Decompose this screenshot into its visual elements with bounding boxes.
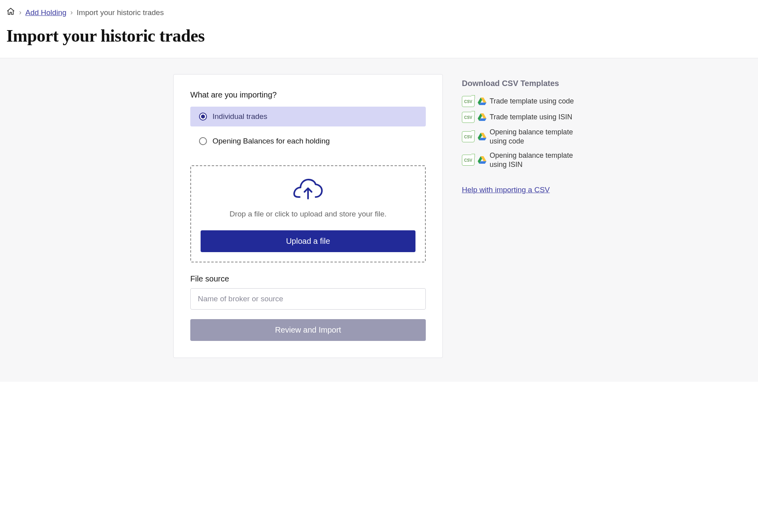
help-importing-csv-link[interactable]: Help with importing a CSV xyxy=(462,186,550,194)
radio-label: Opening Balances for each holding xyxy=(212,137,330,145)
template-label: Trade template using ISIN xyxy=(490,113,572,122)
google-drive-icon xyxy=(478,113,486,121)
template-trade-code[interactable]: CSV Trade template using code xyxy=(462,96,585,107)
upload-file-button[interactable]: Upload a file xyxy=(201,230,415,252)
google-drive-icon xyxy=(478,98,486,105)
breadcrumb-add-holding[interactable]: Add Holding xyxy=(25,8,67,17)
chevron-right-icon: › xyxy=(71,8,73,17)
breadcrumb: › Add Holding › Import your historic tra… xyxy=(0,0,758,18)
template-opening-code[interactable]: CSV Opening balance template using code xyxy=(462,128,585,146)
template-trade-isin[interactable]: CSV Trade template using ISIN xyxy=(462,112,585,123)
template-label: Trade template using code xyxy=(490,97,574,106)
radio-individual-trades[interactable]: Individual trades xyxy=(190,107,426,126)
google-drive-icon xyxy=(478,156,486,164)
breadcrumb-current: Import your historic trades xyxy=(77,8,164,17)
csv-file-icon: CSV xyxy=(462,112,475,123)
csv-file-icon: CSV xyxy=(462,155,475,166)
radio-icon xyxy=(199,113,207,121)
templates-sidebar: Download CSV Templates CSV Trade templat… xyxy=(462,74,585,194)
home-icon[interactable] xyxy=(6,7,15,18)
chevron-right-icon: › xyxy=(19,8,21,17)
template-label: Opening balance template using ISIN xyxy=(490,151,585,170)
csv-file-icon: CSV xyxy=(462,131,475,142)
file-source-input[interactable] xyxy=(190,288,426,310)
radio-opening-balances[interactable]: Opening Balances for each holding xyxy=(190,131,426,151)
page-title: Import your historic trades xyxy=(0,18,758,58)
radio-icon xyxy=(199,137,207,145)
file-dropzone[interactable]: Drop a file or click to upload and store… xyxy=(190,165,426,262)
review-import-button[interactable]: Review and Import xyxy=(190,319,426,341)
template-opening-isin[interactable]: CSV Opening balance template using ISIN xyxy=(462,151,585,170)
google-drive-icon xyxy=(478,133,486,141)
template-label: Opening balance template using code xyxy=(490,128,585,146)
csv-file-icon: CSV xyxy=(462,96,475,107)
cloud-upload-icon xyxy=(201,179,415,203)
file-source-label: File source xyxy=(190,274,426,283)
import-type-question: What are you importing? xyxy=(190,90,426,100)
sidebar-heading: Download CSV Templates xyxy=(462,79,585,88)
radio-label: Individual trades xyxy=(212,112,267,121)
import-type-radio-group: Individual trades Opening Balances for e… xyxy=(190,107,426,151)
import-form-card: What are you importing? Individual trade… xyxy=(173,74,443,358)
dropzone-text: Drop a file or click to upload and store… xyxy=(201,210,415,218)
